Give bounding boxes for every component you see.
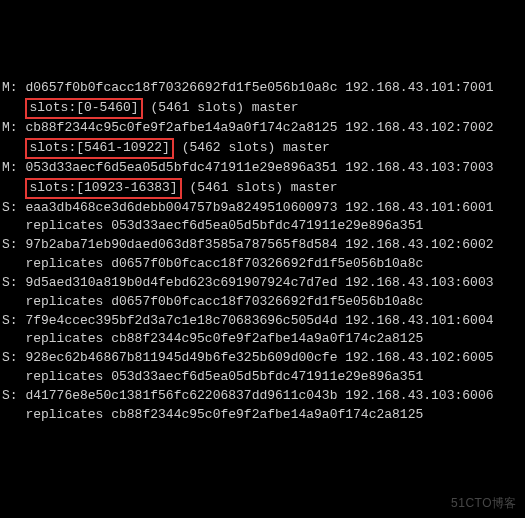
line-text: S: eaa3db468ce3d6debb004757b9a8249510600… [2,200,493,215]
line-text: S: 97b2aba71eb90daed063d8f3585a787565f8d… [2,237,493,252]
slots-highlight: slots:[5461-10922] [25,138,173,159]
terminal-line: S: 7f9e4ccec395bf2d3a7c1e18c70683696c505… [2,312,523,331]
line-text: (5461 slots) master [143,100,299,115]
slots-highlight: slots:[0-5460] [25,98,142,119]
line-text: S: 928ec62b46867b811945d49b6fe325b609d00… [2,350,493,365]
terminal-line: M: cb88f2344c95c0fe9f2afbe14a9a0f174c2a8… [2,119,523,138]
line-text: S: 7f9e4ccec395bf2d3a7c1e18c70683696c505… [2,313,493,328]
line-text: S: d41776e8e50c1381f56fc62206837dd9611c0… [2,388,493,403]
terminal-line: replicates cb88f2344c95c0fe9f2afbe14a9a0… [2,406,523,425]
line-text [2,140,25,155]
terminal-line: S: 97b2aba71eb90daed063d8f3585a787565f8d… [2,236,523,255]
line-text: replicates d0657f0b0fcacc18f70326692fd1f… [2,256,423,271]
terminal-line: S: eaa3db468ce3d6debb004757b9a8249510600… [2,199,523,218]
watermark-text: 51CTO博客 [451,495,517,512]
terminal-line: S: 928ec62b46867b811945d49b6fe325b609d00… [2,349,523,368]
line-text [2,180,25,195]
terminal-line: S: 9d5aed310a819b0d4febd623c691907924c7d… [2,274,523,293]
line-text: M: d0657f0b0fcacc18f70326692fd1f5e056b10… [2,80,493,95]
line-text [2,100,25,115]
terminal-line: replicates 053d33aecf6d5ea05d5bfdc471911… [2,368,523,387]
terminal-line: slots:[10923-16383] (5461 slots) master [2,178,523,199]
line-text: M: 053d33aecf6d5ea05d5bfdc471911e29e896a… [2,160,493,175]
terminal-line: M: 053d33aecf6d5ea05d5bfdc471911e29e896a… [2,159,523,178]
terminal-line: replicates d0657f0b0fcacc18f70326692fd1f… [2,293,523,312]
line-text: replicates cb88f2344c95c0fe9f2afbe14a9a0… [2,331,423,346]
line-text: replicates d0657f0b0fcacc18f70326692fd1f… [2,294,423,309]
line-text: replicates 053d33aecf6d5ea05d5bfdc471911… [2,218,423,233]
terminal-line: replicates 053d33aecf6d5ea05d5bfdc471911… [2,217,523,236]
terminal-line: replicates d0657f0b0fcacc18f70326692fd1f… [2,255,523,274]
terminal-line: M: d0657f0b0fcacc18f70326692fd1f5e056b10… [2,79,523,98]
terminal-line: slots:[5461-10922] (5462 slots) master [2,138,523,159]
line-text: (5461 slots) master [182,180,338,195]
line-text: replicates 053d33aecf6d5ea05d5bfdc471911… [2,369,423,384]
terminal-line: S: d41776e8e50c1381f56fc62206837dd9611c0… [2,387,523,406]
line-text: S: 9d5aed310a819b0d4febd623c691907924c7d… [2,275,493,290]
terminal-line: slots:[0-5460] (5461 slots) master [2,98,523,119]
line-text: replicates cb88f2344c95c0fe9f2afbe14a9a0… [2,407,423,422]
line-text: (5462 slots) master [174,140,330,155]
slots-highlight: slots:[10923-16383] [25,178,181,199]
terminal-line: replicates cb88f2344c95c0fe9f2afbe14a9a0… [2,330,523,349]
line-text: M: cb88f2344c95c0fe9f2afbe14a9a0f174c2a8… [2,120,493,135]
terminal-output: M: d0657f0b0fcacc18f70326692fd1f5e056b10… [2,79,523,424]
